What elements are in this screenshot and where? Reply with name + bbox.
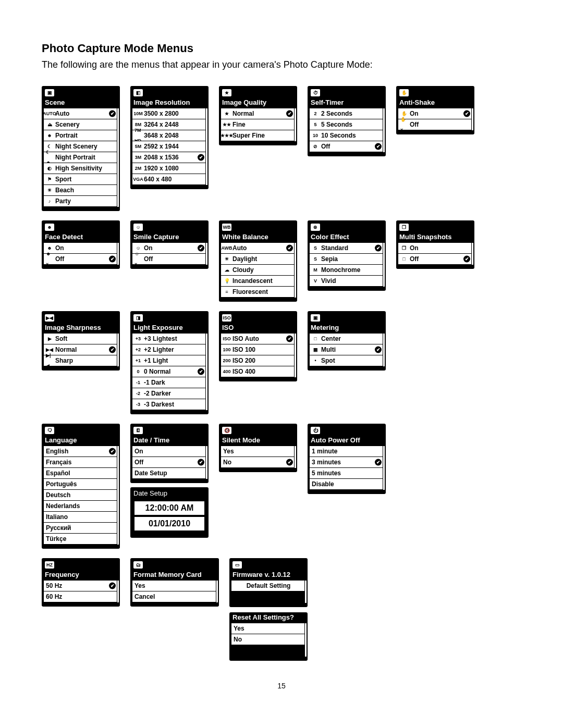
date-setup-date[interactable]: 01/01/2010	[134, 517, 204, 530]
menu-item[interactable]: 1 minute	[310, 446, 384, 457]
menu-item[interactable]: ▦Multi	[310, 344, 384, 355]
menu-item-label: Multi	[321, 344, 336, 355]
menu-item[interactable]: On	[132, 446, 206, 457]
page-number: 15	[42, 682, 521, 690]
menu-item[interactable]: 100ISO 100	[221, 344, 295, 355]
item-icon: +3	[134, 336, 142, 342]
menu-item[interactable]: ◐High Sensitivity	[44, 163, 118, 174]
menu-item[interactable]: ☻Portrait	[44, 130, 118, 141]
menu-item[interactable]: Español	[44, 468, 118, 479]
menu-box: ISOISOISOISO Auto100ISO 100200ISO 200400…	[219, 311, 297, 381]
menu-item[interactable]: 50 Hz	[44, 581, 118, 591]
menu-item[interactable]: No	[231, 634, 305, 645]
item-icon: ⚑	[46, 176, 53, 182]
menu-item[interactable]: Português	[44, 479, 118, 490]
menu-item[interactable]: Yes	[221, 446, 295, 457]
menu-item[interactable]: ★★Fine	[221, 119, 295, 130]
menu-item-label: Off	[144, 254, 153, 264]
menu-item[interactable]: 55 Seconds	[310, 119, 384, 130]
menu-item[interactable]: 200ISO 200	[221, 355, 295, 366]
menu-item[interactable]: 60 Hz	[44, 591, 118, 602]
smile-icon: ☺	[133, 224, 143, 231]
menu-item[interactable]: ☾Night Scenery	[44, 141, 118, 152]
menu-item[interactable]: ☻On	[44, 243, 118, 254]
menu-item[interactable]: VGA640 x 480	[132, 174, 206, 185]
menu-column: WBWhite BalanceAWBAuto☀Daylight☁Cloudy💡I…	[219, 220, 297, 302]
menu-item[interactable]: -2-2 Darker	[132, 388, 206, 399]
menu-item[interactable]: □Off	[398, 254, 472, 265]
menu-item[interactable]: Off	[132, 457, 206, 468]
menu-item[interactable]: ☾☻Night Portrait	[44, 152, 118, 163]
menu-item[interactable]: +3+3 Lightest	[132, 334, 206, 344]
menu-item[interactable]: 10M3500 x 2800	[132, 108, 206, 119]
menu-item[interactable]: ☀Beach	[44, 185, 118, 196]
menu-item[interactable]: -1-1 Dark	[132, 377, 206, 388]
menu-item[interactable]: □Center	[310, 334, 384, 344]
menu-title: Firmware v. 1.0.12	[229, 570, 308, 581]
menu-item[interactable]: 5 minutes	[310, 468, 384, 479]
menu-item[interactable]: ★★★Super Fine	[221, 130, 295, 141]
menu-item[interactable]: ☺On	[132, 243, 206, 254]
menu-item[interactable]: Italiano	[44, 512, 118, 523]
menu-item[interactable]: 7M HD3648 x 2048	[132, 130, 206, 141]
menu-item[interactable]: SSepia	[310, 254, 384, 265]
menu-item[interactable]: Türkçe	[44, 534, 118, 545]
menu-item-label: Off	[321, 141, 330, 152]
menu-item[interactable]: +1+1 Light	[132, 355, 206, 366]
menu-item[interactable]: ✋On	[398, 108, 472, 119]
menu-item[interactable]: 2M1920 x 1080	[132, 163, 206, 174]
item-icon: •	[312, 357, 319, 364]
menu-item[interactable]: Yes	[231, 623, 305, 634]
menu-item[interactable]: •Spot	[310, 355, 384, 366]
menu-item[interactable]: -3-3 Darkest	[132, 399, 206, 410]
menu-item[interactable]: Disable	[310, 479, 384, 490]
menu-item[interactable]: 400ISO 400	[221, 366, 295, 377]
menu-item[interactable]: ☀Daylight	[221, 254, 295, 265]
menu-item[interactable]: Русский	[44, 523, 118, 534]
menu-item[interactable]: 22 Seconds	[310, 108, 384, 119]
multisnap-icon: ❐	[399, 224, 409, 231]
menu-item[interactable]: 5M2592 x 1944	[132, 141, 206, 152]
menu-item[interactable]: Français	[44, 457, 118, 468]
menu-item[interactable]: AUTOAuto	[44, 108, 118, 119]
menu-item[interactable]: No	[221, 457, 295, 468]
item-icon: -2	[134, 390, 142, 397]
menu-item[interactable]: ▶|◀Sharp	[44, 355, 118, 366]
menu-box: ⏻Auto Power Off1 minute3 minutes5 minute…	[308, 424, 386, 494]
menu-item[interactable]: ☁Cloudy	[221, 265, 295, 276]
menu-item[interactable]: MMonochrome	[310, 265, 384, 276]
menu-item[interactable]: ▶◀Normal	[44, 344, 118, 355]
menu-item[interactable]: Yes	[132, 581, 217, 591]
menu-item[interactable]: Date Setup	[132, 468, 206, 479]
item-icon: 💡	[223, 278, 230, 284]
menu-item[interactable]: Cancel	[132, 591, 217, 602]
menu-item[interactable]: 1010 Seconds	[310, 130, 384, 141]
menu-item[interactable]: +2+2 Lighter	[132, 344, 206, 355]
date-setup-time[interactable]: 12:00:00 AM	[134, 501, 204, 515]
menu-item[interactable]: ☺×Off	[132, 254, 206, 265]
menu-item[interactable]: ≡Fluorescent	[221, 287, 295, 298]
menu-item[interactable]: 3 minutes	[310, 457, 384, 468]
menu-item[interactable]: Nederlands	[44, 501, 118, 512]
menu-item[interactable]: ⚑Sport	[44, 174, 118, 185]
menu-item[interactable]: 3M2048 x 1536	[132, 152, 206, 163]
menu-item[interactable]: English	[44, 446, 118, 457]
default-setting-button[interactable]: Default Setting	[231, 581, 305, 591]
menu-item[interactable]: ♪Party	[44, 196, 118, 207]
menu-item[interactable]: ★Normal	[221, 108, 295, 119]
menu-item[interactable]: ⛰Scenery	[44, 119, 118, 130]
menu-item[interactable]: AWBAuto	[221, 243, 295, 254]
menu-item[interactable]: ✋×Off	[398, 119, 472, 130]
menu-item[interactable]: ▶Soft	[44, 334, 118, 344]
menu-item[interactable]: Deutsch	[44, 490, 118, 501]
menu-item[interactable]: ISOISO Auto	[221, 334, 295, 344]
menu-item[interactable]: ❐On	[398, 243, 472, 254]
menu-item[interactable]: 💡Incandescent	[221, 276, 295, 287]
menu-item[interactable]: 00 Normal	[132, 366, 206, 377]
menu-item[interactable]: ⊘Off	[310, 141, 384, 152]
menu-item[interactable]: SStandard	[310, 243, 384, 254]
firmware-icon: ▭	[232, 561, 242, 569]
menu-item[interactable]: VVivid	[310, 276, 384, 287]
menu-item[interactable]: ☻×Off	[44, 254, 118, 265]
menu-item[interactable]: 8M3264 x 2448	[132, 119, 206, 130]
